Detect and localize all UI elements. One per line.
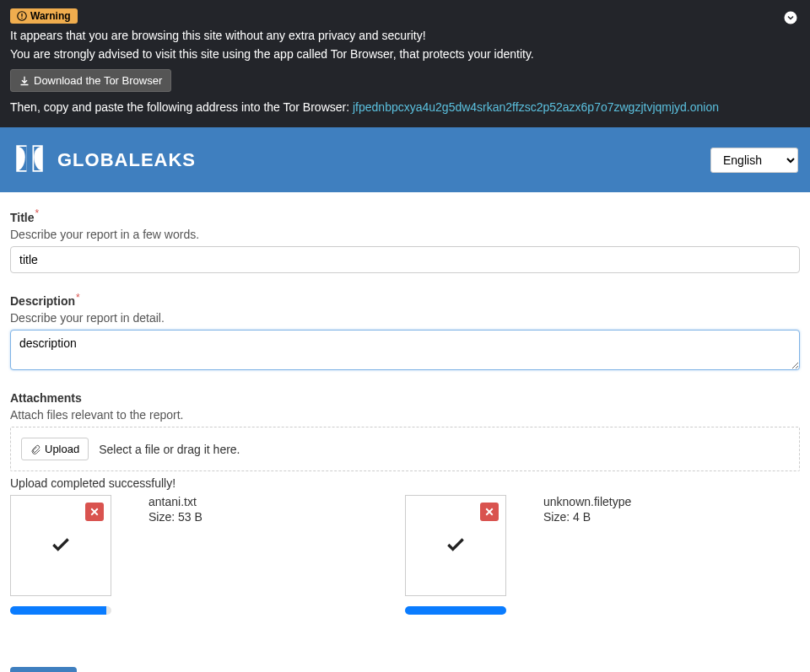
required-mark: * <box>76 292 80 304</box>
paperclip-icon <box>30 444 40 454</box>
warning-line-2: You are strongly advised to visit this s… <box>10 47 800 61</box>
upload-hint: Select a file or drag it here. <box>99 443 240 456</box>
file-preview <box>405 495 506 596</box>
submit-button[interactable]: Submit <box>10 667 77 672</box>
file-info: unknown.filetype Size: 4 B <box>543 495 631 596</box>
file-item: antani.txt Size: 53 B <box>10 495 405 615</box>
svg-rect-1 <box>21 13 22 17</box>
file-item: unknown.filetype Size: 4 B <box>405 495 800 615</box>
download-icon <box>19 76 30 86</box>
remove-file-button[interactable] <box>85 503 104 521</box>
file-size: Size: 53 B <box>148 510 202 524</box>
warning-badge: Warning <box>10 8 78 24</box>
progress-fill <box>10 606 106 615</box>
progress-fill <box>405 606 506 615</box>
title-group: Title* Describe your report in a few wor… <box>10 207 800 273</box>
check-icon <box>445 534 467 558</box>
upload-button-label: Upload <box>45 443 79 455</box>
description-group: Description* Describe your report in det… <box>10 292 800 374</box>
remove-file-button[interactable] <box>480 503 499 521</box>
warning-line-1: It appears that you are browsing this si… <box>10 29 800 42</box>
svg-rect-2 <box>21 18 22 19</box>
onion-link[interactable]: jfpednbpcxya4u2g5dw4srkan2ffzsc2p52azx6p… <box>353 100 719 114</box>
description-input[interactable] <box>10 330 800 370</box>
file-preview <box>10 495 111 596</box>
upload-dropzone[interactable]: Upload Select a file or drag it here. <box>10 427 800 471</box>
check-icon <box>50 534 72 558</box>
close-icon <box>89 507 100 517</box>
attachments-hint: Attach files relevant to the report. <box>10 408 800 422</box>
title-input[interactable] <box>10 246 800 273</box>
title-hint: Describe your report in a few words. <box>10 228 800 241</box>
app-header: GLOBALEAKS English <box>0 127 810 192</box>
progress-bar <box>10 606 111 615</box>
brand-logo-icon <box>12 141 47 179</box>
onion-prefix: Then, copy and paste the following addre… <box>10 100 353 114</box>
warning-icon <box>17 11 27 21</box>
privacy-warning-bar: Warning It appears that you are browsing… <box>0 0 810 127</box>
files-list: antani.txt Size: 53 B <box>10 495 800 615</box>
brand: GLOBALEAKS <box>12 141 196 179</box>
description-hint: Describe your report in detail. <box>10 311 800 325</box>
chevron-down-circle-icon <box>783 10 798 25</box>
file-name: unknown.filetype <box>543 495 631 508</box>
required-mark: * <box>35 207 40 219</box>
title-label: Title <box>10 211 35 224</box>
download-tor-button[interactable]: Download the Tor Browser <box>10 69 171 92</box>
collapse-button[interactable] <box>783 10 798 28</box>
upload-success-message: Upload completed successfully! <box>10 476 800 490</box>
attachments-group: Attachments Attach files relevant to the… <box>10 391 800 615</box>
warning-label: Warning <box>30 10 71 22</box>
file-size: Size: 4 B <box>543 510 631 524</box>
onion-instruction: Then, copy and paste the following addre… <box>10 100 800 114</box>
svg-point-3 <box>785 12 797 24</box>
brand-name: GLOBALEAKS <box>57 149 196 171</box>
file-info: antani.txt Size: 53 B <box>148 495 202 596</box>
attachments-label: Attachments <box>10 391 82 405</box>
language-select[interactable]: English <box>710 148 798 173</box>
close-icon <box>484 507 494 517</box>
download-tor-label: Download the Tor Browser <box>34 74 162 87</box>
upload-button[interactable]: Upload <box>21 438 89 460</box>
progress-bar <box>405 606 506 615</box>
description-label: Description <box>10 294 75 308</box>
file-name: antani.txt <box>148 495 202 508</box>
main-form: Title* Describe your report in a few wor… <box>0 192 810 672</box>
